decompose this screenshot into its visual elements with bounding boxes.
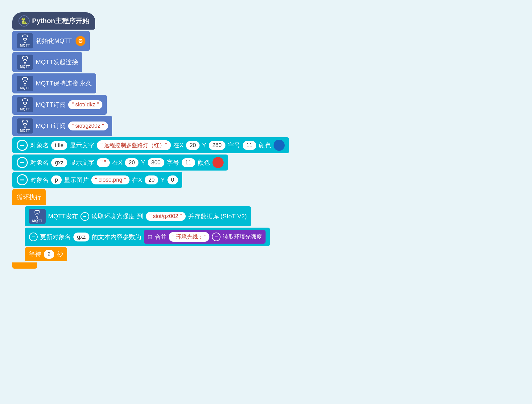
mqtt-label-0: 初始化MQTT (36, 37, 72, 45)
mqtt-pub-icon: MQTT (29, 209, 46, 224)
display-posx-label-1: 在X (112, 159, 122, 167)
mqtt-block-1: MQTT MQTT发起连接 (12, 52, 82, 72)
mqtt-block-2: MQTT MQTT保持连接 永久 (12, 73, 96, 93)
display-verb-0: 显示文字 (70, 141, 94, 150)
display-block-0: 对象名 title 显示文字 " 远程控制多盏路灯（红）" 在X 20 Y 28… (12, 137, 289, 153)
merge-inner-label: 读取环境光强度 (223, 233, 262, 241)
merge-val: " 环境光线：" (169, 232, 209, 242)
wait-block: 等待 2 秒 (25, 247, 67, 261)
display-block-2: 对象名 p 显示图片 " close.png " 在X 20 Y 0 (12, 172, 182, 188)
merge-label: 合并 (155, 233, 166, 241)
display-string-0: " 远程控制多盏路灯（红）" (97, 140, 171, 150)
mqtt-label-3: MQTT订阅 (36, 101, 66, 109)
pub-circle-icon (80, 212, 89, 221)
blocks-workspace: 🐍 Python主程序开始 MQTT 初始化MQTT ⚙ MQTT (6, 6, 526, 277)
display-color-label-0: 颜色 (259, 141, 271, 150)
circle-icon-0 (17, 140, 28, 151)
mqtt-block-0: MQTT 初始化MQTT ⚙ (12, 31, 90, 51)
start-block: 🐍 Python主程序开始 (12, 12, 95, 30)
mqtt-value-3: " siot/ldkz " (68, 100, 103, 109)
wait-value: 2 (44, 250, 54, 259)
mqtt-icon-2: MQTT (17, 76, 33, 91)
mqtt-pub-inner: 读取环境光强度 (92, 212, 135, 221)
display-y-2: 0 (167, 175, 178, 184)
color-dot-0 (274, 140, 285, 151)
merge-icon: ⊟ (147, 233, 153, 241)
display-y-label-0: Y (202, 142, 206, 149)
display-y-label-1: Y (141, 159, 145, 166)
display-string-2: " close.png " (91, 175, 130, 184)
mqtt-icon-3: MQTT (17, 97, 33, 112)
wait-prefix: 等待 (29, 250, 41, 258)
update-obj: gxz (73, 233, 89, 241)
display-posx-label-2: 在X (132, 176, 142, 184)
display-obj-1: gxz (51, 158, 67, 167)
display-color-label-1: 颜色 (198, 159, 210, 167)
display-size-label-1: 字号 (167, 159, 179, 167)
loop-container: 循环执行 MQTT MQTT发布 读取环境光强度 (12, 189, 520, 270)
display-string-1: " " (97, 158, 110, 167)
mqtt-label-1: MQTT发起连接 (36, 58, 78, 66)
circle-icon-2 (17, 174, 28, 185)
circle-icon-1 (17, 157, 28, 168)
display-label-0: 对象名 (30, 141, 49, 150)
display-size-1: 11 (182, 158, 195, 167)
mqtt-pub-suffix: 并存数据库 (SIoT V2) (188, 212, 247, 221)
mqtt-icon-0: MQTT (17, 33, 33, 48)
loop-label: 循环执行 (17, 193, 41, 201)
display-verb-2: 显示图片 (64, 176, 89, 184)
update-circle-icon (29, 233, 38, 241)
display-x-2: 20 (145, 175, 158, 184)
loop-body: MQTT MQTT发布 读取环境光强度 到 " siot/gz002 " 并存数… (12, 206, 520, 262)
update-block: 更新对象名 gxz 的文本内容参数为 ⊟ 合并 " 环境光线：" 读取环境光强度 (25, 228, 270, 246)
display-label-2: 对象名 (30, 176, 49, 184)
display-block-1: 对象名 gxz 显示文字 " " 在X 20 Y 300 字号 11 颜色 (12, 155, 228, 171)
display-obj-2: p (51, 175, 62, 184)
mqtt-pub-to: 到 (137, 212, 143, 221)
mqtt-icon-4: MQTT (17, 118, 33, 134)
mqtt-block-4: MQTT MQTT订阅 " siot/gz002 " (12, 116, 112, 136)
start-label: Python主程序开始 (32, 16, 89, 26)
loop-footer (12, 262, 37, 269)
display-y-label-2: Y (161, 176, 165, 183)
mqtt-block-3: MQTT MQTT订阅 " siot/ldkz " (12, 95, 107, 115)
color-dot-1 (212, 157, 224, 168)
gear-icon-0[interactable]: ⚙ (76, 36, 85, 46)
python-icon: 🐍 (19, 15, 30, 27)
mqtt-value-4: " siot/gz002 " (68, 122, 108, 130)
mqtt-pub-prefix: MQTT发布 (48, 212, 78, 221)
mqtt-icon-1: MQTT (17, 55, 33, 70)
mqtt-label-2: MQTT保持连接 永久 (36, 79, 92, 88)
display-posx-label-0: 在X (173, 141, 184, 150)
display-size-label-0: 字号 (228, 141, 240, 150)
mqtt-label-4: MQTT订阅 (36, 122, 66, 130)
display-obj-0: title (51, 141, 67, 150)
display-y-1: 300 (148, 158, 164, 167)
display-verb-1: 显示文字 (70, 159, 94, 167)
display-size-0: 11 (243, 141, 256, 150)
display-label-1: 对象名 (30, 159, 49, 167)
merge-block: ⊟ 合并 " 环境光线：" 读取环境光强度 (144, 230, 266, 244)
update-suffix: 的文本内容参数为 (92, 233, 141, 241)
display-x-0: 20 (186, 141, 200, 150)
update-prefix: 更新对象名 (40, 233, 71, 241)
loop-header: 循环执行 (12, 189, 46, 205)
mqtt-publish-block: MQTT MQTT发布 读取环境光强度 到 " siot/gz002 " 并存数… (25, 206, 251, 226)
display-x-1: 20 (125, 158, 138, 167)
wait-suffix: 秒 (57, 250, 63, 258)
merge-circle-icon (212, 233, 221, 241)
mqtt-pub-topic: " siot/gz002 " (146, 212, 186, 221)
display-y-0: 280 (209, 141, 225, 150)
